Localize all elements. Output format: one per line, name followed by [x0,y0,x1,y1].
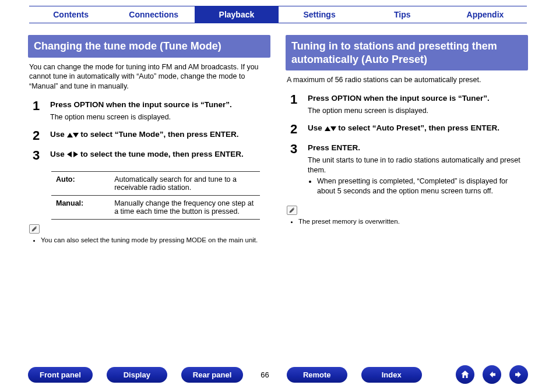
triangle-down-icon [73,133,79,137]
nav-label: Rear panel [193,370,231,379]
tab-connections[interactable]: Connections [112,6,195,23]
section-heading-auto-preset: Tuning in to stations and presetting the… [286,35,528,70]
triangle-down-icon [330,126,336,131]
note-list: You can also select the tuning mode by p… [28,236,270,245]
home-icon[interactable] [456,365,474,384]
nav-rear-panel[interactable]: Rear panel [181,367,243,383]
nav-label: Display [124,370,150,379]
step-number: 3 [29,149,43,162]
mode-key: Auto: [51,172,110,196]
right-column: Tuning in to stations and presetting the… [286,35,528,245]
tab-label: Connections [129,10,178,19]
tab-label: Appendix [467,10,504,19]
step-title: Use to select the tune mode, then press … [50,149,269,160]
tab-tips[interactable]: Tips [361,6,444,23]
tab-label: Contents [53,10,89,19]
triangle-left-icon [67,151,72,157]
step-number: 3 [287,143,301,196]
mode-key: Manual: [51,196,110,220]
step-bullets: When presetting is completed, “Completed… [308,176,527,196]
nav-display[interactable]: Display [107,367,167,383]
triangle-up-icon [325,126,330,131]
nav-index[interactable]: Index [361,367,422,383]
next-page-icon[interactable] [509,365,528,384]
text: Use [50,130,67,139]
step-number: 1 [29,100,43,122]
triangle-up-icon [67,133,73,137]
table-row: Manual: Manually change the frequency on… [51,196,260,220]
text: to select “Auto Preset”, then press ENTE… [338,123,499,132]
prev-page-icon[interactable] [483,365,501,384]
step-2: 2 Use to select “Auto Preset”, then pres… [286,119,528,139]
mode-value: Automatically search for and tune to a r… [110,172,260,196]
step-title: Use to select “Auto Preset”, then press … [308,123,527,133]
bottom-nav-bar: Front panel Display Rear panel 66 Remote… [0,365,556,384]
step-3: 3 Press ENTER. The unit starts to tune i… [286,139,528,200]
tab-appendix[interactable]: Appendix [444,6,527,23]
step-title: Press ENTER. [308,143,527,153]
tune-mode-table: Auto: Automatically search for and tune … [51,171,260,220]
section-heading-tune-mode: Changing the tune mode (Tune Mode) [28,35,270,58]
step-subtext: The unit starts to tune in to radio stat… [308,153,527,175]
step-subtext: The option menu screen is displayed. [50,110,269,122]
step-title: Press OPTION when the input source is “T… [50,100,269,110]
left-column: Changing the tune mode (Tune Mode) You c… [28,35,270,245]
note-icon [287,206,297,215]
text: to select the tune mode, then press ENTE… [80,150,244,158]
text: to select “Tune Mode”, then press ENTER. [80,130,238,139]
nav-label: Front panel [40,370,81,379]
step-number: 2 [287,123,301,136]
tab-label: Settings [303,10,335,19]
mode-value: Manually change the frequency one step a… [110,196,260,220]
nav-label: Index [382,370,402,379]
note-list: The preset memory is overwritten. [286,217,528,227]
step-bullet: When presetting is completed, “Completed… [317,176,527,196]
note-item: The preset memory is overwritten. [298,217,528,227]
step-1: 1 Press OPTION when the input source is … [28,96,270,126]
text: Use [50,150,67,158]
note-item: You can also select the tuning mode by p… [41,236,270,245]
triangle-right-icon [73,151,78,157]
text: Use [308,123,325,132]
step-subtext: The option menu screen is displayed. [308,104,527,116]
nav-front-panel[interactable]: Front panel [28,367,93,383]
page-number: 66 [257,370,272,379]
step-3: 3 Use to select the tune mode, then pres… [28,146,270,165]
note-icon [29,224,40,234]
nav-remote[interactable]: Remote [287,367,347,383]
tab-playback[interactable]: Playback [195,6,278,23]
intro-text: A maximum of 56 radio stations can be au… [286,74,528,90]
step-1: 1 Press OPTION when the input source is … [286,90,528,119]
intro-text: You can change the mode for tuning into … [28,61,270,97]
tab-settings[interactable]: Settings [278,6,361,23]
step-number: 1 [287,93,301,116]
tab-contents[interactable]: Contents [29,6,112,23]
table-row: Auto: Automatically search for and tune … [51,172,260,196]
step-title: Use to select “Tune Mode”, then press EN… [50,129,269,140]
tab-label: Tips [394,10,411,19]
step-2: 2 Use to select “Tune Mode”, then press … [28,126,270,146]
step-number: 2 [29,129,43,142]
nav-label: Remote [303,370,331,379]
step-title: Press OPTION when the input source is “T… [308,93,527,104]
top-tab-bar: Contents Connections Playback Settings T… [0,0,556,27]
tab-label: Playback [219,10,255,19]
